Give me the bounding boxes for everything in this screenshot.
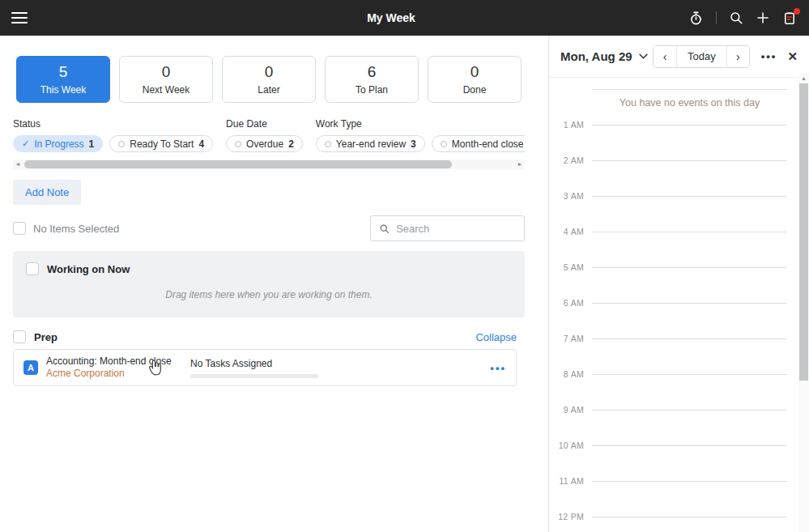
card-count: 0 (265, 63, 274, 81)
calendar-options-icon[interactable]: ••• (761, 50, 777, 62)
chip-count: 4 (198, 138, 204, 150)
summary-card-next-week[interactable]: 0 Next Week (119, 56, 213, 103)
hour-slot: 5 AM (549, 262, 798, 273)
top-bar-actions (688, 11, 809, 26)
vertical-scroll-thumb[interactable] (799, 83, 808, 381)
filter-chip-year-end-review[interactable]: Year-end review 3 (316, 135, 425, 152)
task-title[interactable]: Accounting: Month-end close (46, 355, 174, 368)
hour-gridline (592, 374, 787, 375)
today-button[interactable]: Today (676, 46, 726, 67)
filter-chip-ready-to-start[interactable]: Ready To Start 4 (109, 135, 213, 152)
card-label: Done (463, 84, 487, 96)
prep-section-title: Prep (34, 331, 57, 343)
task-progress-bar (190, 374, 318, 378)
scroll-left-icon[interactable]: ◄ (13, 160, 23, 169)
select-all-checkbox[interactable] (13, 222, 26, 235)
hour-label: 10 AM (549, 440, 584, 450)
summary-card-done[interactable]: 0 Done (428, 56, 522, 103)
hour-label: 8 AM (549, 369, 584, 379)
check-icon: ✓ (22, 139, 29, 148)
working-on-now-dropzone[interactable]: Working on Now Drag items here when you … (13, 251, 525, 317)
calendar-vertical-scrollbar[interactable]: ▲ (798, 73, 809, 532)
working-on-now-checkbox[interactable] (26, 262, 39, 275)
calendar-nav-group: ‹ Today › (653, 45, 750, 68)
next-day-button[interactable]: › (726, 46, 749, 67)
task-row[interactable]: A Accounting: Month-end close Acme Corpo… (13, 349, 517, 386)
card-label: Later (258, 84, 279, 96)
hour-gridline (592, 517, 787, 517)
hour-slot: 1 AM (549, 119, 798, 130)
chip-label: Ready To Start (130, 138, 194, 150)
hour-gridline (592, 445, 787, 446)
hour-slot: 2 AM (549, 155, 798, 166)
summary-card-later[interactable]: 0 Later (222, 56, 316, 103)
app-window: My Week (0, 0, 809, 532)
add-icon[interactable] (756, 11, 770, 25)
working-on-now-title: Working on Now (47, 263, 130, 275)
calendar-day-grid: You have no events on this day 1 AM 2 AM… (549, 78, 798, 532)
summary-card-this-week[interactable]: 5 This Week (16, 56, 110, 103)
hour-label: 9 AM (549, 405, 584, 415)
hour-gridline (592, 125, 787, 126)
filters-horizontal-scrollbar[interactable]: ◄ ► (13, 160, 525, 169)
summary-cards: 5 This Week 0 Next Week 0 Later 6 To Pla… (13, 56, 525, 103)
task-options-icon[interactable]: ••• (490, 362, 506, 374)
card-label: To Plan (356, 84, 388, 96)
chip-label: Month-end close (452, 138, 524, 150)
card-count: 0 (162, 63, 171, 81)
add-note-button[interactable]: Add Note (13, 180, 81, 205)
hour-label: 1 AM (549, 120, 584, 130)
search-icon[interactable] (729, 11, 743, 25)
calendar-date-selector[interactable]: Mon, Aug 29 (560, 49, 648, 63)
filter-chip-overdue[interactable]: Overdue 2 (226, 135, 303, 152)
chip-count: 2 (288, 138, 294, 150)
collapse-link[interactable]: Collapse (475, 331, 517, 343)
hour-gridline (592, 338, 787, 339)
search-input[interactable] (396, 223, 516, 235)
search-icon (379, 223, 390, 235)
filter-chip-month-end-close[interactable]: Month-end close 1 (432, 135, 525, 152)
hour-label: 4 AM (549, 227, 584, 236)
radio-icon (441, 141, 447, 147)
hour-slot: 8 AM (549, 368, 798, 380)
card-count: 6 (368, 63, 377, 81)
prep-checkbox[interactable] (13, 330, 26, 343)
hour-gridline (592, 196, 787, 197)
chip-count: 3 (411, 138, 416, 150)
summary-card-to-plan[interactable]: 6 To Plan (325, 56, 419, 103)
hour-label: 5 AM (549, 262, 584, 272)
hour-label: 11 AM (549, 476, 584, 486)
hour-gridline (592, 89, 787, 90)
hour-label: 7 AM (549, 334, 584, 343)
chip-label: Year-end review (336, 138, 406, 150)
timer-icon[interactable] (688, 11, 704, 26)
prev-day-button[interactable]: ‹ (654, 46, 676, 67)
scroll-up-icon[interactable]: ▲ (798, 73, 809, 83)
horizontal-scroll-thumb[interactable] (24, 160, 452, 168)
header-divider (716, 11, 717, 24)
prep-section-header: Prep Collapse (13, 330, 525, 343)
filter-group-status: Status ✓ In Progress 1 Ready To Start 4 (13, 118, 213, 152)
hour-slot: 12 PM (549, 511, 798, 522)
scroll-right-icon[interactable]: ► (515, 160, 525, 169)
filter-bar: Status ✓ In Progress 1 Ready To Start 4 (13, 118, 525, 152)
radio-icon (325, 141, 331, 147)
chip-label: In Progress (34, 138, 83, 150)
page-title: My Week (367, 11, 415, 24)
calendar-panel: Mon, Aug 29 ‹ Today › ••• ✕ You have no … (548, 36, 809, 532)
hour-label: 3 AM (549, 191, 584, 201)
close-icon[interactable]: ✕ (787, 49, 798, 64)
planner-clipboard-icon[interactable] (782, 11, 797, 26)
top-bar: My Week (0, 0, 809, 36)
task-assignment-status: No Tasks Assigned (190, 358, 318, 369)
radio-icon (235, 141, 241, 147)
content-area: 5 This Week 0 Next Week 0 Later 6 To Pla… (0, 36, 809, 532)
filter-chip-in-progress[interactable]: ✓ In Progress 1 (13, 135, 103, 152)
menu-icon[interactable] (11, 12, 28, 23)
hour-slot: 9 AM (549, 404, 798, 415)
hour-slot: 7 AM (549, 333, 798, 344)
drag-hint-text: Drag items here when you are working on … (26, 289, 512, 300)
hour-slot: 10 AM (549, 440, 798, 451)
client-avatar: A (23, 360, 38, 375)
task-client-link[interactable]: Acme Corporation (46, 368, 174, 380)
